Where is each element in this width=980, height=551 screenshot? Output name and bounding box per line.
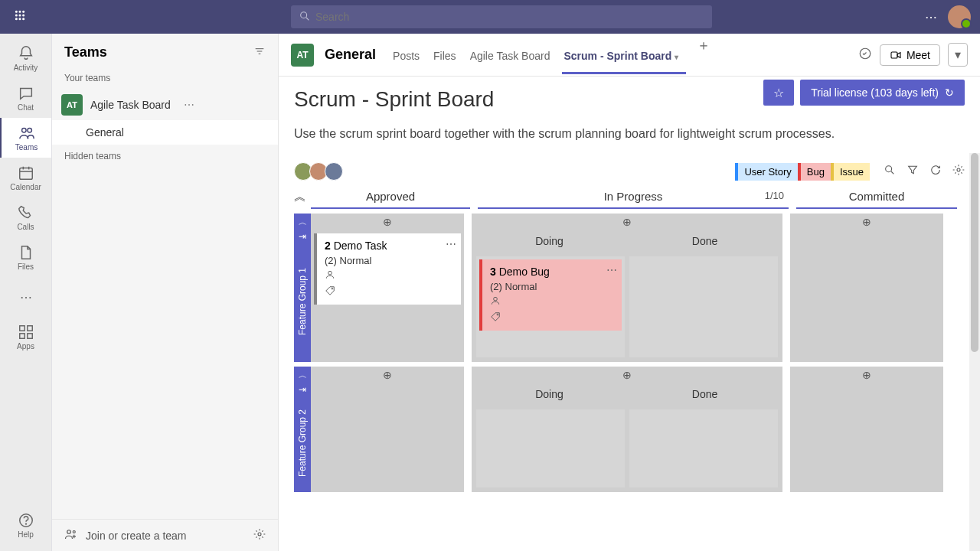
- pill-bug[interactable]: Bug: [798, 163, 831, 181]
- svg-point-7: [19, 18, 21, 19]
- col-approved[interactable]: Approved: [311, 185, 470, 209]
- wip-count: 1/10: [765, 190, 784, 201]
- rail-files[interactable]: Files: [0, 237, 51, 277]
- refresh-icon: ↻: [945, 86, 954, 99]
- add-card-button[interactable]: ⊕: [311, 367, 464, 383]
- svg-rect-18: [27, 325, 31, 330]
- more-icon[interactable]: ⋯: [914, 10, 948, 24]
- svg-point-5: [23, 15, 24, 16]
- card-demo-bug[interactable]: ⋯ 3 Demo Bug (2) Normal: [479, 259, 622, 331]
- card-demo-task[interactable]: ⋯ 2 Demo Task (2) Normal: [314, 233, 461, 305]
- team-row[interactable]: AT Agile Task Board ⋯: [52, 90, 278, 120]
- tab-files[interactable]: Files: [433, 36, 456, 73]
- svg-point-27: [73, 531, 75, 533]
- search-icon: [299, 10, 311, 25]
- tab-scrum[interactable]: Scrum - Sprint Board▾: [564, 36, 678, 73]
- team-more-icon[interactable]: ⋯: [184, 99, 270, 111]
- svg-point-6: [15, 18, 17, 19]
- waffle-icon[interactable]: [9, 9, 31, 25]
- svg-point-12: [27, 128, 31, 132]
- col-committed[interactable]: Committed: [796, 185, 957, 209]
- tab-posts[interactable]: Posts: [393, 36, 420, 73]
- add-card-button[interactable]: ⊕: [790, 367, 943, 383]
- assignee-icon[interactable]: [325, 269, 453, 282]
- assignee-icon[interactable]: [490, 295, 614, 308]
- rail-apps[interactable]: Apps: [0, 317, 51, 357]
- user-avatar[interactable]: [948, 5, 971, 28]
- svg-point-26: [67, 530, 71, 534]
- subcol-done: Done: [627, 383, 782, 405]
- svg-point-39: [497, 314, 498, 315]
- gear-icon[interactable]: [253, 528, 266, 543]
- swimlane-group-2: ︿ ⇥ Feature Group 2 ⊕ ⊕ Doing Done ⊕: [294, 367, 965, 492]
- rail-teams[interactable]: Teams: [0, 118, 51, 158]
- pin-icon[interactable]: ⇥: [299, 231, 306, 242]
- col-in-progress[interactable]: In Progress1/10: [478, 185, 789, 209]
- lane-label: Feature Group 1: [297, 248, 308, 354]
- svg-line-34: [891, 171, 893, 174]
- scrollbar-vertical[interactable]: [969, 153, 980, 551]
- svg-point-4: [19, 15, 21, 16]
- settings-board-icon[interactable]: [952, 164, 965, 179]
- rail-more[interactable]: ⋯: [0, 277, 51, 317]
- pill-issue[interactable]: Issue: [831, 163, 870, 181]
- svg-rect-13: [19, 168, 32, 179]
- teams-panel: Teams Your teams AT Agile Task Board ⋯ G…: [52, 34, 279, 551]
- tag-icon[interactable]: [490, 311, 614, 324]
- tag-icon[interactable]: [325, 285, 453, 298]
- channel-title: General: [325, 47, 376, 63]
- rail-help[interactable]: Help: [0, 505, 51, 545]
- rail-activity[interactable]: Activity: [0, 38, 51, 78]
- collapse-lane-icon[interactable]: ︿: [299, 217, 307, 228]
- svg-point-2: [23, 11, 24, 12]
- collapse-all-icon[interactable]: ︽: [294, 189, 311, 205]
- rail-chat[interactable]: Chat: [0, 78, 51, 118]
- svg-point-8: [23, 18, 24, 19]
- svg-line-10: [306, 18, 309, 20]
- app-rail: Activity Chat Teams Calendar Calls Files…: [0, 34, 52, 551]
- trial-badge[interactable]: Trial license (103 days left)↻: [800, 80, 965, 106]
- rail-calendar[interactable]: Calendar: [0, 158, 51, 197]
- svg-point-30: [258, 533, 261, 536]
- people-icon: [64, 527, 78, 543]
- svg-point-37: [332, 288, 333, 289]
- filter-board-icon[interactable]: [906, 164, 919, 179]
- svg-point-9: [301, 12, 307, 18]
- meet-dropdown[interactable]: ▾: [948, 43, 968, 67]
- search-input[interactable]: [291, 5, 712, 28]
- pill-user-story[interactable]: User Story: [735, 163, 797, 181]
- meet-button[interactable]: Meet: [880, 44, 940, 66]
- avatar: [325, 162, 343, 181]
- refresh-board-icon[interactable]: [929, 164, 942, 179]
- chevron-down-icon: ▾: [675, 53, 678, 61]
- channel-general[interactable]: General: [52, 120, 278, 145]
- collapse-lane-icon[interactable]: ︿: [299, 370, 307, 381]
- svg-point-36: [328, 271, 332, 275]
- star-button[interactable]: ☆: [763, 80, 794, 106]
- rail-calls[interactable]: Calls: [0, 197, 51, 237]
- tab-agile[interactable]: Agile Task Board: [470, 36, 550, 73]
- top-bar: ⋯: [0, 0, 980, 34]
- search-board-icon[interactable]: [884, 164, 896, 179]
- svg-rect-19: [19, 333, 24, 337]
- add-card-button[interactable]: ⊕: [790, 214, 943, 230]
- filter-icon[interactable]: [253, 45, 266, 60]
- pin-icon[interactable]: ⇥: [299, 384, 306, 395]
- member-avatars[interactable]: [294, 162, 340, 181]
- team-name: Agile Task Board: [90, 99, 176, 111]
- svg-rect-20: [27, 333, 31, 337]
- board-description: Use the scrum sprint board together with…: [294, 127, 965, 141]
- add-card-button[interactable]: ⊕: [472, 214, 782, 230]
- section-hidden-teams: Hidden teams: [52, 145, 278, 168]
- reply-icon[interactable]: [858, 47, 872, 64]
- channel-header: AT General Posts Files Agile Task Board …: [279, 34, 980, 77]
- card-more-icon[interactable]: ⋯: [606, 264, 617, 276]
- svg-point-11: [21, 128, 25, 132]
- svg-rect-32: [891, 52, 897, 58]
- add-tab-button[interactable]: ＋: [692, 36, 715, 73]
- card-more-icon[interactable]: ⋯: [446, 238, 456, 250]
- join-team-link[interactable]: Join or create a team: [86, 530, 187, 542]
- add-card-button[interactable]: ⊕: [472, 367, 782, 383]
- add-card-button[interactable]: ⊕: [311, 214, 464, 230]
- subcol-doing: Doing: [472, 383, 627, 405]
